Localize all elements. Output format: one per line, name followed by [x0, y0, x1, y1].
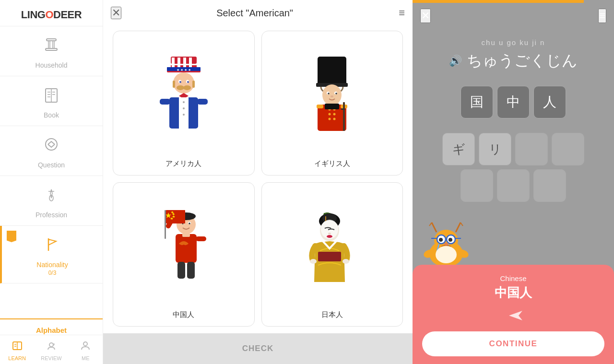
svg-rect-33 [189, 58, 192, 64]
profession-icon [42, 185, 61, 208]
modal-overlay: ✕ Select "American" ≡ [103, 0, 413, 364]
romaji-text: chu u go ku ji n [482, 38, 545, 47]
chinese-image [113, 183, 254, 308]
svg-rect-51 [160, 99, 170, 105]
svg-point-48 [183, 101, 185, 103]
sidebar-nav: Household Book [0, 26, 103, 318]
svg-rect-89 [196, 236, 206, 241]
svg-point-120 [444, 243, 449, 246]
bottom-nav-review[interactable]: REVIEW [34, 335, 68, 364]
profession-label: Profession [35, 211, 67, 219]
answer-tile-4[interactable] [460, 169, 493, 202]
middle-panel: ✕ Select "American" ≡ [103, 0, 413, 364]
svg-line-109 [456, 223, 460, 232]
japanese-image [262, 183, 403, 308]
me-label: ME [82, 355, 90, 361]
question-label: Question [38, 161, 65, 169]
kanji-tile-2[interactable]: 人 [533, 86, 566, 118]
svg-point-60 [331, 95, 333, 97]
logo-o: O [45, 9, 53, 21]
logo-text: LINGODEER [21, 9, 82, 21]
svg-rect-3 [46, 48, 57, 50]
svg-point-67 [333, 117, 336, 120]
result-send-row [503, 308, 523, 325]
continue-button[interactable]: CONTINUE [422, 331, 604, 356]
question-icon [42, 135, 61, 158]
svg-rect-91 [187, 262, 195, 279]
kanji-tile-1[interactable]: 中 [497, 86, 530, 118]
svg-point-66 [333, 113, 336, 115]
svg-marker-124 [509, 311, 522, 320]
check-button-container[interactable]: CHECK [103, 333, 413, 364]
answer-tile-0[interactable]: ギ [442, 133, 475, 165]
sidebar-item-profession[interactable]: Profession [0, 176, 103, 226]
flag-icon [43, 235, 62, 258]
sidebar-item-household[interactable]: Household [0, 26, 103, 76]
right-menu-button[interactable]: ≡ [598, 9, 606, 23]
japanese-word-row: 🔊 ちゅうごくじん [449, 50, 578, 71]
sidebar: LINGODEER Household [0, 0, 103, 364]
right-panel: ✕ ≡ chu u go ku ji n 🔊 ちゅうごくじん 国 中 人 ギ [413, 0, 614, 364]
answer-tile-1[interactable]: リ [479, 133, 511, 165]
svg-rect-32 [183, 58, 186, 64]
sidebar-item-nationality[interactable]: Nationality 0/3 [0, 226, 103, 283]
svg-point-102 [310, 259, 317, 264]
svg-point-78 [189, 223, 190, 224]
answer-tile-6[interactable] [533, 169, 566, 202]
japanese-label: 日本人 [321, 310, 343, 319]
svg-rect-30 [172, 58, 175, 64]
kanji-tile-0[interactable]: 国 [460, 86, 493, 118]
right-close-button[interactable]: ✕ [420, 9, 431, 23]
svg-text:★ ★ ★ ★: ★ ★ ★ ★ [177, 68, 191, 71]
svg-rect-2 [53, 41, 54, 48]
mascot [420, 220, 472, 268]
svg-rect-31 [177, 58, 180, 64]
svg-line-110 [460, 223, 463, 226]
answer-tile-3[interactable] [552, 133, 584, 165]
svg-rect-101 [318, 252, 341, 261]
learn-label: LEARN [8, 355, 26, 361]
japanese-word: ちゅうごくじん [467, 50, 578, 71]
svg-point-58 [328, 93, 330, 94]
british-image [262, 31, 403, 156]
sidebar-item-book[interactable]: Book [0, 76, 103, 126]
speaker-icon[interactable]: 🔊 [449, 55, 462, 67]
nationality-label: Nationality [36, 261, 68, 269]
svg-point-119 [449, 238, 452, 242]
sidebar-item-question[interactable]: Question [0, 126, 103, 176]
me-icon [80, 340, 91, 354]
modal-menu-button[interactable]: ≡ [399, 7, 405, 19]
right-header: ✕ ≡ [413, 3, 614, 29]
svg-rect-80 [182, 233, 190, 237]
svg-rect-0 [47, 39, 56, 41]
american-label: アメリカ人 [165, 159, 201, 168]
bottom-nav-me[interactable]: ME [69, 335, 103, 364]
choice-chinese[interactable]: 中国人 [113, 182, 255, 327]
choice-japanese[interactable]: 日本人 [261, 182, 403, 327]
svg-point-103 [342, 259, 349, 264]
send-button[interactable] [508, 308, 523, 325]
svg-point-49 [183, 107, 185, 109]
check-button: CHECK [242, 344, 273, 353]
svg-point-99 [327, 235, 332, 238]
choice-american[interactable]: ★ ★ ★ ★ [113, 31, 255, 176]
svg-point-19 [49, 343, 53, 347]
svg-rect-68 [325, 104, 339, 109]
svg-rect-38 [192, 81, 195, 88]
answer-tiles-row1: ギ リ [442, 133, 584, 165]
book-label: Book [44, 111, 59, 119]
answer-tile-5[interactable] [497, 169, 530, 202]
answer-tile-2[interactable] [515, 133, 548, 165]
bottom-nav-learn[interactable]: LEARN [0, 335, 34, 364]
svg-point-100 [328, 233, 331, 235]
review-icon [46, 340, 57, 354]
svg-point-44 [187, 81, 189, 83]
american-image: ★ ★ ★ ★ [113, 31, 254, 156]
result-word: 中国人 [495, 284, 532, 301]
svg-rect-72 [341, 108, 345, 110]
choice-british[interactable]: イギリス人 [261, 31, 403, 176]
british-label: イギリス人 [314, 159, 350, 168]
bottom-nav: LEARN REVIEW [0, 335, 103, 364]
svg-point-55 [322, 84, 342, 106]
svg-point-40 [183, 85, 191, 90]
